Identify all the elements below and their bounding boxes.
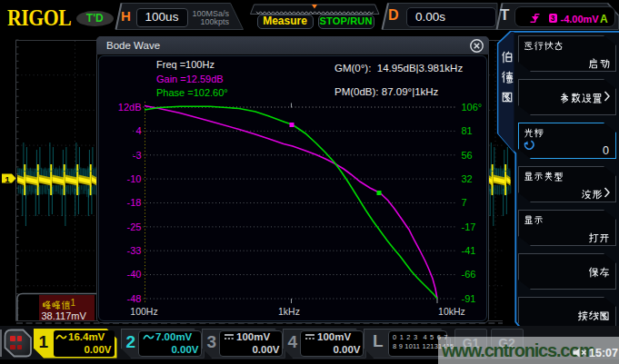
svg-text:7: 7 (462, 197, 467, 208)
svg-text:1kHz: 1kHz (278, 306, 300, 317)
svg-text:-25: -25 (127, 221, 142, 232)
svg-text:4: 4 (135, 125, 141, 136)
svg-text:32: 32 (462, 173, 473, 184)
svg-text:-40: -40 (127, 269, 142, 280)
svg-text:-18: -18 (127, 197, 142, 208)
svg-text:-48: -48 (127, 293, 142, 304)
svg-text:56: 56 (462, 150, 473, 161)
svg-text:-33: -33 (127, 245, 142, 256)
svg-text:-41: -41 (462, 245, 476, 256)
svg-text:-91: -91 (462, 293, 476, 304)
svg-text:-66: -66 (462, 269, 476, 280)
svg-text:106°: 106° (462, 102, 483, 113)
svg-text:-17: -17 (462, 221, 476, 232)
svg-text:10kHz: 10kHz (438, 306, 465, 317)
svg-text:81: 81 (462, 125, 473, 136)
svg-text:-10: -10 (127, 173, 142, 184)
svg-text:100Hz: 100Hz (130, 306, 157, 317)
svg-text:12dB: 12dB (118, 102, 142, 113)
svg-text:-3: -3 (133, 150, 142, 161)
